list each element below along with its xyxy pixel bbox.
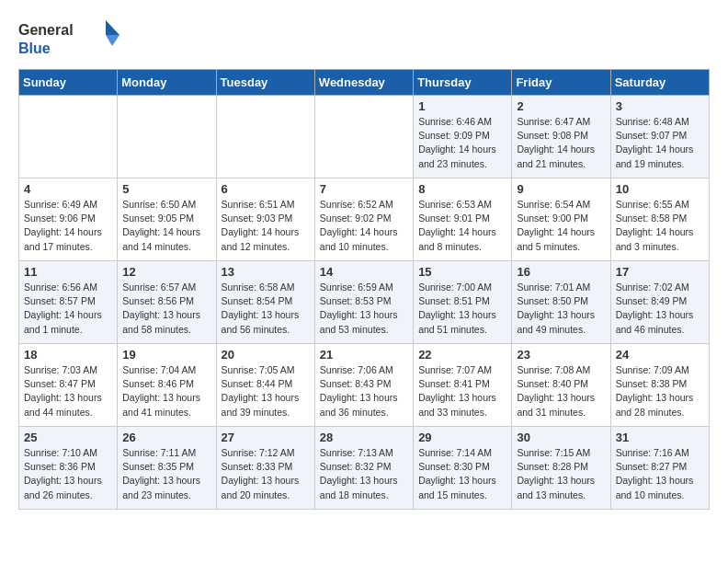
day-cell: 18Sunrise: 7:03 AM Sunset: 8:47 PM Dayli… bbox=[19, 344, 118, 427]
day-number: 25 bbox=[24, 431, 112, 444]
col-header-saturday: Saturday bbox=[610, 70, 709, 96]
day-cell: 29Sunrise: 7:14 AM Sunset: 8:30 PM Dayli… bbox=[414, 427, 512, 510]
day-number: 1 bbox=[418, 99, 506, 113]
day-cell: 14Sunrise: 6:59 AM Sunset: 8:53 PM Dayli… bbox=[314, 261, 413, 344]
day-info: Sunrise: 7:09 AM Sunset: 8:38 PM Dayligh… bbox=[616, 363, 704, 419]
day-info: Sunrise: 6:49 AM Sunset: 9:06 PM Dayligh… bbox=[24, 198, 112, 254]
day-number: 26 bbox=[122, 431, 210, 444]
svg-marker-1 bbox=[106, 20, 119, 35]
day-cell bbox=[314, 96, 413, 178]
day-cell: 15Sunrise: 7:00 AM Sunset: 8:51 PM Dayli… bbox=[414, 261, 512, 344]
logo-icon: GeneralBlue bbox=[18, 18, 129, 60]
day-number: 2 bbox=[517, 99, 605, 113]
day-info: Sunrise: 6:54 AM Sunset: 9:00 PM Dayligh… bbox=[517, 198, 605, 254]
day-info: Sunrise: 6:50 AM Sunset: 9:05 PM Dayligh… bbox=[122, 198, 210, 254]
day-number: 27 bbox=[222, 431, 310, 444]
day-number: 7 bbox=[320, 182, 408, 196]
col-header-friday: Friday bbox=[512, 70, 610, 96]
day-number: 21 bbox=[320, 348, 408, 362]
day-info: Sunrise: 7:15 AM Sunset: 8:28 PM Dayligh… bbox=[517, 446, 605, 502]
day-info: Sunrise: 6:47 AM Sunset: 9:08 PM Dayligh… bbox=[517, 115, 605, 171]
day-info: Sunrise: 6:48 AM Sunset: 9:07 PM Dayligh… bbox=[616, 115, 704, 171]
day-cell: 31Sunrise: 7:16 AM Sunset: 8:27 PM Dayli… bbox=[610, 427, 709, 510]
day-info: Sunrise: 6:46 AM Sunset: 9:09 PM Dayligh… bbox=[418, 115, 506, 171]
calendar-table: SundayMondayTuesdayWednesdayThursdayFrid… bbox=[18, 69, 710, 510]
day-number: 3 bbox=[616, 99, 704, 113]
day-cell: 4Sunrise: 6:49 AM Sunset: 9:06 PM Daylig… bbox=[19, 178, 118, 261]
day-cell: 17Sunrise: 7:02 AM Sunset: 8:49 PM Dayli… bbox=[610, 261, 709, 344]
col-header-monday: Monday bbox=[118, 70, 216, 96]
day-number: 20 bbox=[222, 348, 310, 362]
day-info: Sunrise: 6:53 AM Sunset: 9:01 PM Dayligh… bbox=[418, 198, 506, 254]
col-header-thursday: Thursday bbox=[414, 70, 512, 96]
day-number: 28 bbox=[320, 431, 408, 444]
day-info: Sunrise: 7:04 AM Sunset: 8:46 PM Dayligh… bbox=[122, 363, 210, 419]
day-number: 18 bbox=[24, 348, 112, 362]
day-info: Sunrise: 7:03 AM Sunset: 8:47 PM Dayligh… bbox=[24, 363, 112, 419]
day-number: 5 bbox=[122, 182, 210, 196]
day-info: Sunrise: 7:14 AM Sunset: 8:30 PM Dayligh… bbox=[418, 446, 506, 502]
day-info: Sunrise: 7:07 AM Sunset: 8:41 PM Dayligh… bbox=[418, 363, 506, 419]
day-info: Sunrise: 7:10 AM Sunset: 8:36 PM Dayligh… bbox=[24, 446, 112, 502]
day-number: 29 bbox=[418, 431, 506, 444]
week-row-5: 25Sunrise: 7:10 AM Sunset: 8:36 PM Dayli… bbox=[19, 427, 710, 510]
day-number: 17 bbox=[616, 265, 704, 279]
day-cell: 28Sunrise: 7:13 AM Sunset: 8:32 PM Dayli… bbox=[314, 427, 413, 510]
day-cell: 6Sunrise: 6:51 AM Sunset: 9:03 PM Daylig… bbox=[216, 178, 314, 261]
day-number: 24 bbox=[616, 348, 704, 362]
day-cell: 5Sunrise: 6:50 AM Sunset: 9:05 PM Daylig… bbox=[118, 178, 216, 261]
col-header-wednesday: Wednesday bbox=[314, 70, 413, 96]
day-cell: 3Sunrise: 6:48 AM Sunset: 9:07 PM Daylig… bbox=[610, 96, 709, 178]
day-number: 4 bbox=[24, 182, 112, 196]
day-number: 15 bbox=[418, 265, 506, 279]
day-cell: 25Sunrise: 7:10 AM Sunset: 8:36 PM Dayli… bbox=[19, 427, 118, 510]
day-cell: 8Sunrise: 6:53 AM Sunset: 9:01 PM Daylig… bbox=[414, 178, 512, 261]
day-cell: 26Sunrise: 7:11 AM Sunset: 8:35 PM Dayli… bbox=[118, 427, 216, 510]
day-number: 23 bbox=[517, 348, 605, 362]
day-cell bbox=[216, 96, 314, 178]
day-cell: 9Sunrise: 6:54 AM Sunset: 9:00 PM Daylig… bbox=[512, 178, 610, 261]
day-cell bbox=[118, 96, 216, 178]
day-cell: 30Sunrise: 7:15 AM Sunset: 8:28 PM Dayli… bbox=[512, 427, 610, 510]
day-cell: 19Sunrise: 7:04 AM Sunset: 8:46 PM Dayli… bbox=[118, 344, 216, 427]
day-number: 22 bbox=[418, 348, 506, 362]
day-info: Sunrise: 7:00 AM Sunset: 8:51 PM Dayligh… bbox=[418, 281, 506, 337]
logo: GeneralBlue bbox=[18, 18, 129, 60]
day-number: 16 bbox=[517, 265, 605, 279]
day-info: Sunrise: 6:57 AM Sunset: 8:56 PM Dayligh… bbox=[122, 281, 210, 337]
day-info: Sunrise: 7:13 AM Sunset: 8:32 PM Dayligh… bbox=[320, 446, 408, 502]
day-cell: 11Sunrise: 6:56 AM Sunset: 8:57 PM Dayli… bbox=[19, 261, 118, 344]
day-cell: 1Sunrise: 6:46 AM Sunset: 9:09 PM Daylig… bbox=[414, 96, 512, 178]
day-info: Sunrise: 7:08 AM Sunset: 8:40 PM Dayligh… bbox=[517, 363, 605, 419]
header-row: SundayMondayTuesdayWednesdayThursdayFrid… bbox=[19, 70, 710, 96]
svg-text:General: General bbox=[18, 22, 74, 38]
day-info: Sunrise: 7:06 AM Sunset: 8:43 PM Dayligh… bbox=[320, 363, 408, 419]
day-number: 31 bbox=[616, 431, 704, 444]
day-number: 10 bbox=[616, 182, 704, 196]
day-cell: 7Sunrise: 6:52 AM Sunset: 9:02 PM Daylig… bbox=[314, 178, 413, 261]
day-cell bbox=[19, 96, 118, 178]
day-number: 14 bbox=[320, 265, 408, 279]
day-cell: 13Sunrise: 6:58 AM Sunset: 8:54 PM Dayli… bbox=[216, 261, 314, 344]
week-row-4: 18Sunrise: 7:03 AM Sunset: 8:47 PM Dayli… bbox=[19, 344, 710, 427]
day-cell: 16Sunrise: 7:01 AM Sunset: 8:50 PM Dayli… bbox=[512, 261, 610, 344]
day-number: 8 bbox=[418, 182, 506, 196]
day-info: Sunrise: 6:56 AM Sunset: 8:57 PM Dayligh… bbox=[24, 281, 112, 337]
day-info: Sunrise: 7:01 AM Sunset: 8:50 PM Dayligh… bbox=[517, 281, 605, 337]
svg-text:Blue: Blue bbox=[18, 40, 51, 56]
day-info: Sunrise: 7:16 AM Sunset: 8:27 PM Dayligh… bbox=[616, 446, 704, 502]
day-number: 11 bbox=[24, 265, 112, 279]
week-row-1: 1Sunrise: 6:46 AM Sunset: 9:09 PM Daylig… bbox=[19, 96, 710, 178]
day-number: 9 bbox=[517, 182, 605, 196]
day-info: Sunrise: 6:52 AM Sunset: 9:02 PM Dayligh… bbox=[320, 198, 408, 254]
day-cell: 20Sunrise: 7:05 AM Sunset: 8:44 PM Dayli… bbox=[216, 344, 314, 427]
day-number: 6 bbox=[222, 182, 310, 196]
day-cell: 2Sunrise: 6:47 AM Sunset: 9:08 PM Daylig… bbox=[512, 96, 610, 178]
col-header-tuesday: Tuesday bbox=[216, 70, 314, 96]
day-info: Sunrise: 6:55 AM Sunset: 8:58 PM Dayligh… bbox=[616, 198, 704, 254]
page-header: GeneralBlue bbox=[18, 18, 710, 60]
svg-marker-2 bbox=[106, 35, 119, 46]
day-info: Sunrise: 7:02 AM Sunset: 8:49 PM Dayligh… bbox=[616, 281, 704, 337]
day-cell: 21Sunrise: 7:06 AM Sunset: 8:43 PM Dayli… bbox=[314, 344, 413, 427]
day-cell: 22Sunrise: 7:07 AM Sunset: 8:41 PM Dayli… bbox=[414, 344, 512, 427]
